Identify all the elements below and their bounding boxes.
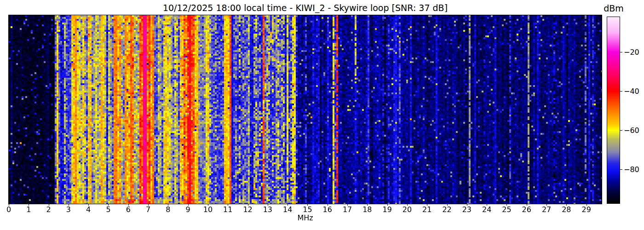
colorbar-tick xyxy=(620,52,622,52)
spectrogram-figure: 10/12/2025 18:00 local time - KIWI_2 - S… xyxy=(0,0,644,230)
x-tick-label: 29 xyxy=(578,205,595,214)
colorbar-tick-label: −40 xyxy=(624,87,639,96)
x-tick-label: 15 xyxy=(299,205,316,214)
x-tick-label: 21 xyxy=(419,205,435,214)
x-tick-label: 19 xyxy=(379,205,396,214)
spectrogram-plot xyxy=(9,15,602,204)
colorbar-tick-label: −60 xyxy=(624,126,639,135)
x-tick-label: 27 xyxy=(538,205,555,214)
x-tick-label: 22 xyxy=(439,205,455,214)
x-tick-label: 12 xyxy=(240,205,256,214)
x-tick-label: 23 xyxy=(459,205,475,214)
spectrogram-canvas xyxy=(9,15,602,204)
x-tick-label: 4 xyxy=(80,205,97,214)
colorbar-tick xyxy=(620,130,622,131)
x-tick-label: 7 xyxy=(140,205,156,214)
x-tick-label: 1 xyxy=(20,205,37,214)
x-tick-label: 25 xyxy=(498,205,515,214)
colorbar-tick xyxy=(620,169,622,170)
x-tick-label: 5 xyxy=(100,205,116,214)
colorbar-tick xyxy=(620,91,622,92)
x-tick-label: 16 xyxy=(319,205,336,214)
x-tick-label: 20 xyxy=(399,205,415,214)
x-tick-label: 9 xyxy=(180,205,196,214)
x-tick-label: 18 xyxy=(359,205,375,214)
x-tick-label: 6 xyxy=(120,205,137,214)
colorbar-tick-label: −20 xyxy=(624,48,639,57)
x-tick-label: 2 xyxy=(40,205,57,214)
chart-title: 10/12/2025 18:00 local time - KIWI_2 - S… xyxy=(9,3,602,13)
x-tick-label: 17 xyxy=(339,205,356,214)
x-tick-label: 3 xyxy=(60,205,77,214)
x-tick-label: 0 xyxy=(0,205,17,214)
x-tick-label: 14 xyxy=(279,205,296,214)
colorbar-label: dBm xyxy=(601,3,627,13)
x-axis-label: MHz xyxy=(9,213,602,222)
x-tick-label: 13 xyxy=(259,205,276,214)
x-tick-label: 11 xyxy=(219,205,236,214)
colorbar xyxy=(607,17,620,203)
x-tick-label: 26 xyxy=(518,205,535,214)
x-tick-label: 8 xyxy=(160,205,176,214)
colorbar-tick-label: −80 xyxy=(624,165,639,174)
x-tick-label: 24 xyxy=(478,205,495,214)
x-tick-label: 28 xyxy=(558,205,575,214)
x-tick-label: 10 xyxy=(200,205,216,214)
